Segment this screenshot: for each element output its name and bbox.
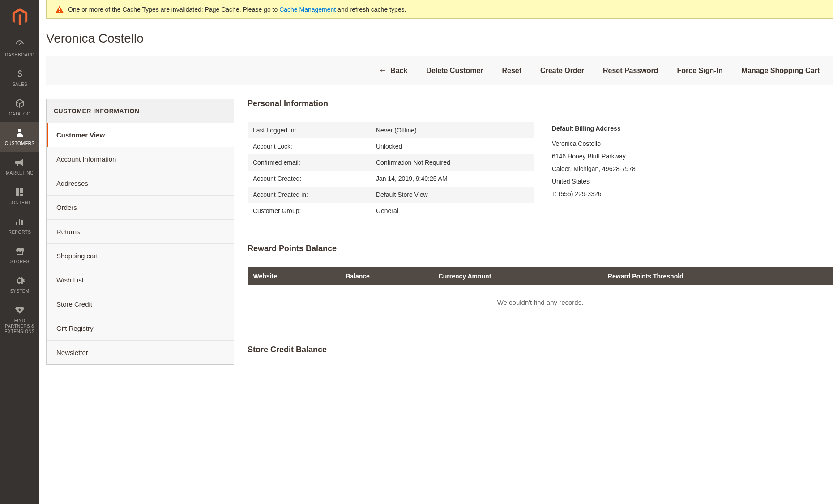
sidebar-item-sales[interactable]: SALES (0, 63, 39, 93)
sidebar-item-label: FIND PARTNERS & EXTENSIONS (2, 318, 38, 334)
arrow-left-icon: ← (379, 66, 387, 75)
tab-addresses[interactable]: Addresses (47, 171, 234, 196)
column-header: Website (248, 267, 341, 285)
info-value: General (371, 203, 534, 219)
svg-rect-5 (19, 219, 20, 225)
billing-address-block: Default Billing Address Veronica Costell… (552, 122, 636, 219)
back-button[interactable]: ← Back (379, 66, 407, 75)
customer-info-panel: CUSTOMER INFORMATION Customer ViewAccoun… (46, 99, 234, 368)
no-records-message: We couldn't find any records. (248, 285, 833, 320)
info-value: Never (Offline) (371, 122, 534, 138)
svg-point-0 (18, 129, 21, 132)
svg-rect-4 (16, 222, 17, 225)
cache-warning-notification: One or more of the Cache Types are inval… (46, 0, 833, 19)
sidebar-item-dashboard[interactable]: DASHBOARD (0, 34, 39, 63)
personal-info-table: Last Logged In:Never (Offline)Account Lo… (248, 122, 534, 219)
sidebar-item-reports[interactable]: REPORTS (0, 211, 39, 240)
billing-phone: T: (555) 229-3326 (552, 188, 636, 200)
billing-address-title: Default Billing Address (552, 122, 636, 135)
info-row: Last Logged In:Never (Offline) (248, 122, 534, 138)
delete-customer-button[interactable]: Delete Customer (426, 66, 483, 75)
tab-store-credit[interactable]: Store Credit (47, 292, 234, 316)
sidebar-item-label: STORES (10, 259, 30, 265)
info-row: Confirmed email:Confirmation Not Require… (248, 154, 534, 171)
tab-customer-view[interactable]: Customer View (47, 123, 234, 147)
bars-icon (14, 215, 25, 228)
magento-logo-icon (12, 8, 28, 26)
admin-sidebar: DASHBOARDSALESCATALOGCUSTOMERSMARKETINGC… (0, 0, 39, 368)
sidebar-item-customers[interactable]: CUSTOMERS (0, 122, 39, 152)
sidebar-item-label: CONTENT (9, 200, 31, 205)
info-value: Default Store View (371, 187, 534, 203)
person-icon (14, 127, 25, 139)
info-value: Confirmation Not Required (371, 154, 534, 171)
tab-newsletter[interactable]: Newsletter (47, 341, 234, 365)
customer-detail-panel: Personal Information Last Logged In:Neve… (248, 99, 833, 368)
billing-street: 6146 Honey Bluff Parkway (552, 150, 636, 162)
reset-button[interactable]: Reset (502, 66, 522, 75)
svg-rect-7 (59, 8, 60, 10)
tab-gift-registry[interactable]: Gift Registry (47, 316, 234, 341)
box-icon (14, 97, 25, 110)
svg-rect-3 (20, 194, 23, 196)
column-header: Reward Points Threshold (602, 267, 833, 285)
info-label: Account Lock: (248, 138, 371, 154)
tab-returns[interactable]: Returns (47, 220, 234, 244)
manage-cart-button[interactable]: Manage Shopping Cart (742, 66, 820, 75)
sidebar-item-label: CATALOG (9, 111, 30, 117)
action-toolbar: ← Back Delete Customer Reset Create Orde… (46, 56, 833, 85)
billing-city: Calder, Michigan, 49628-7978 (552, 162, 636, 175)
create-order-button[interactable]: Create Order (540, 66, 584, 75)
column-header: Balance (340, 267, 433, 285)
main-content: One or more of the Cache Types are inval… (39, 0, 833, 368)
tab-shopping-cart[interactable]: Shopping cart (47, 244, 234, 268)
sidebar-item-label: MARKETING (6, 171, 34, 176)
sidebar-item-label: CUSTOMERS (5, 141, 34, 146)
sidebar-item-find-partners-extensions[interactable]: FIND PARTNERS & EXTENSIONS (0, 299, 39, 340)
sidebar-item-stores[interactable]: STORES (0, 240, 39, 270)
notification-text: One or more of the Cache Types are inval… (68, 6, 406, 13)
svg-rect-1 (16, 188, 19, 196)
svg-rect-8 (59, 11, 60, 12)
info-label: Customer Group: (248, 203, 371, 219)
tab-list: Customer ViewAccount InformationAddresse… (46, 123, 234, 365)
tab-account-information[interactable]: Account Information (47, 147, 234, 171)
puzzle-icon (14, 304, 25, 316)
info-label: Account Created in: (248, 187, 371, 203)
warning-icon (56, 6, 64, 13)
page-title: Veronica Costello (39, 27, 833, 56)
pages-icon (14, 186, 25, 198)
info-row: Account Created:Jan 14, 2019, 9:40:25 AM (248, 171, 534, 187)
tab-orders[interactable]: Orders (47, 196, 234, 220)
sidebar-item-catalog[interactable]: CATALOG (0, 93, 39, 122)
info-label: Account Created: (248, 171, 371, 187)
info-row: Account Lock:Unlocked (248, 138, 534, 154)
column-header: Currency Amount (433, 267, 602, 285)
billing-name: Veronica Costello (552, 137, 636, 150)
dollar-icon (14, 68, 25, 80)
dashboard-icon (14, 38, 25, 51)
svg-rect-6 (21, 220, 23, 225)
sidebar-item-label: SALES (12, 82, 27, 87)
reward-points-table: WebsiteBalanceCurrency AmountReward Poin… (248, 267, 833, 320)
sidebar-item-label: REPORTS (9, 230, 31, 235)
reset-password-button[interactable]: Reset Password (603, 66, 658, 75)
tab-wish-list[interactable]: Wish List (47, 268, 234, 292)
sidebar-item-system[interactable]: SYSTEM (0, 270, 39, 299)
megaphone-icon (14, 156, 25, 169)
info-value: Unlocked (371, 138, 534, 154)
sidebar-item-marketing[interactable]: MARKETING (0, 152, 39, 181)
sidebar-item-content[interactable]: CONTENT (0, 181, 39, 211)
magento-logo[interactable] (0, 0, 39, 34)
sidebar-item-label: SYSTEM (10, 289, 30, 294)
svg-rect-2 (20, 188, 23, 193)
force-signin-button[interactable]: Force Sign-In (677, 66, 723, 75)
info-label: Confirmed email: (248, 154, 371, 171)
gear-icon (14, 274, 25, 287)
info-value: Jan 14, 2019, 9:40:25 AM (371, 171, 534, 187)
info-row: Customer Group:General (248, 203, 534, 219)
store-credit-title: Store Credit Balance (248, 345, 833, 360)
cache-management-link[interactable]: Cache Management (279, 6, 336, 13)
storefront-icon (14, 245, 25, 257)
panel-header: CUSTOMER INFORMATION (46, 99, 234, 123)
